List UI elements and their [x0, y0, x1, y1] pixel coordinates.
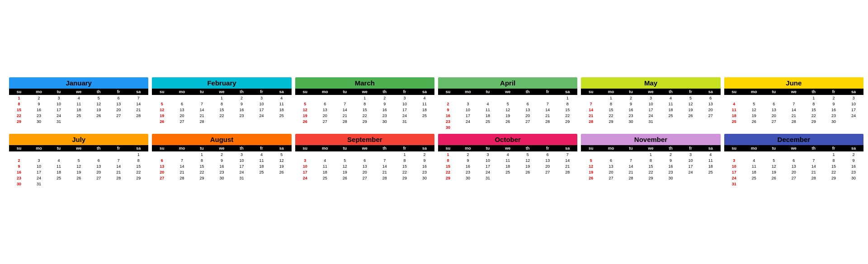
- day-cell: 24: [478, 169, 498, 175]
- day-cell: 20: [701, 107, 721, 113]
- day-cell: 3: [458, 101, 478, 107]
- day-cell: 29: [9, 118, 29, 124]
- day-cell: 1: [212, 95, 231, 101]
- day-cell: 23: [375, 113, 395, 118]
- day-cell: 10: [29, 163, 49, 169]
- day-cell: 5: [764, 157, 784, 163]
- day-cell: 11: [252, 157, 272, 163]
- day-header-mo: mo: [601, 146, 621, 151]
- day-cell: 7: [557, 151, 577, 157]
- day-cell: 2: [9, 157, 29, 163]
- month-header-september: September: [295, 134, 434, 145]
- day-header-we: we: [355, 146, 375, 151]
- day-cell: 29: [128, 175, 148, 181]
- day-cell: 8: [641, 157, 660, 163]
- month-block-october: Octobersumotuwethfrsa1234567891011121314…: [438, 134, 577, 187]
- day-cell: 8: [192, 157, 212, 163]
- day-cell: 28: [375, 175, 395, 181]
- day-cell: 28: [804, 175, 824, 181]
- day-cell: 24: [49, 113, 69, 118]
- day-cell: 31: [724, 181, 744, 187]
- day-cell: 28: [581, 118, 601, 124]
- day-cell: 17: [681, 163, 701, 169]
- day-cell: 20: [172, 113, 192, 118]
- day-cell: 10: [232, 157, 252, 163]
- day-cell: 2: [661, 151, 681, 157]
- day-cell: 25: [315, 175, 335, 181]
- day-cell: 28: [335, 118, 355, 124]
- month-header-may: May: [581, 77, 720, 89]
- day-cell: 12: [498, 107, 518, 113]
- day-cell: 21: [621, 169, 641, 175]
- day-cell: 23: [661, 169, 681, 175]
- day-cell: 3: [29, 157, 49, 163]
- day-cell: 13: [701, 101, 721, 107]
- empty-cell: [69, 151, 89, 157]
- day-cell: 24: [641, 113, 660, 118]
- day-cell: 9: [621, 101, 641, 107]
- month-header-march: March: [295, 77, 434, 89]
- day-cell: 14: [804, 163, 824, 169]
- day-cell: 15: [192, 163, 212, 169]
- day-header-mo: mo: [744, 89, 764, 94]
- day-cell: 13: [152, 163, 172, 169]
- day-cell: 19: [89, 107, 108, 113]
- day-cell: 13: [315, 107, 335, 113]
- day-cell: 7: [108, 157, 128, 163]
- day-cell: 19: [335, 169, 355, 175]
- day-cell: 18: [252, 163, 272, 169]
- day-cell: 15: [641, 163, 660, 169]
- empty-cell: [172, 95, 192, 101]
- day-header-we: we: [784, 146, 804, 151]
- days-grid-april: 1234567891011121314151617181920212223242…: [438, 95, 577, 130]
- day-cell: 14: [375, 163, 395, 169]
- day-cell: 6: [601, 157, 621, 163]
- day-cell: 4: [661, 95, 681, 101]
- day-cell: 28: [128, 113, 148, 118]
- empty-cell: [724, 95, 744, 101]
- day-cell: 2: [232, 95, 252, 101]
- day-cell: 1: [824, 151, 844, 157]
- empty-cell: [315, 95, 335, 101]
- day-header-mo: mo: [744, 146, 764, 151]
- day-header-fr: fr: [252, 89, 272, 94]
- day-cell: 22: [438, 169, 458, 175]
- day-cell: 29: [641, 175, 660, 181]
- day-cell: 17: [232, 163, 252, 169]
- day-cell: 18: [478, 113, 498, 118]
- day-cell: 27: [538, 169, 557, 175]
- days-grid-august: 1234567891011121314151617181920212223242…: [152, 151, 291, 181]
- day-cell: 16: [458, 163, 478, 169]
- day-cell: 4: [478, 101, 498, 107]
- day-cell: 25: [724, 118, 744, 124]
- day-cell: 17: [844, 107, 863, 113]
- day-cell: 12: [152, 107, 172, 113]
- day-header-sa: sa: [701, 89, 721, 94]
- day-cell: 15: [804, 107, 824, 113]
- day-cell: 2: [29, 95, 49, 101]
- day-cell: 26: [89, 113, 108, 118]
- day-cell: 11: [498, 157, 518, 163]
- day-cell: 10: [49, 101, 69, 107]
- day-cell: 1: [9, 95, 29, 101]
- day-cell: 25: [478, 118, 498, 124]
- day-cell: 27: [518, 118, 538, 124]
- day-cell: 18: [701, 163, 721, 169]
- day-cell: 11: [744, 163, 764, 169]
- day-cell: 30: [29, 118, 49, 124]
- day-header-sa: sa: [844, 89, 863, 94]
- day-header-fr: fr: [681, 89, 701, 94]
- day-cell: 27: [315, 118, 335, 124]
- day-cell: 7: [621, 157, 641, 163]
- empty-cell: [9, 151, 29, 157]
- day-cell: 1: [438, 151, 458, 157]
- day-cell: 22: [212, 113, 231, 118]
- day-cell: 7: [335, 101, 355, 107]
- day-header-mo: mo: [315, 89, 335, 94]
- day-header-su: su: [152, 89, 172, 94]
- month-block-january: Januarysumotuwethfrsa1234567891011121314…: [9, 77, 148, 130]
- day-header-sa: sa: [701, 146, 721, 151]
- day-cell: 26: [581, 175, 601, 181]
- empty-cell: [478, 95, 498, 101]
- day-header-we: we: [498, 146, 518, 151]
